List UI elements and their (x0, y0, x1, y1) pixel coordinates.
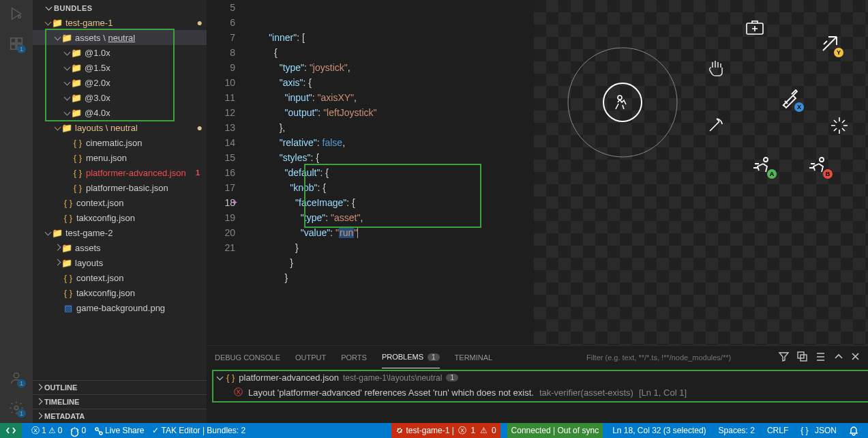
folder-layouts-neutral[interactable]: 📁layouts \ neutral● (33, 120, 207, 135)
problem-source: tak-verifier(asset-exists) (539, 388, 633, 398)
problems-filter[interactable] (586, 353, 764, 362)
svg-point-0 (18, 16, 21, 18)
run-debug-icon[interactable] (8, 5, 25, 22)
status-live-share[interactable]: Live Share (91, 423, 147, 438)
problems-body: { } platformer-advanced.json test-game-1… (207, 368, 868, 423)
pickaxe-icon[interactable] (707, 116, 725, 134)
runner-b-icon[interactable]: B (808, 157, 828, 175)
status-connection[interactable]: Connected | Out of sync (507, 423, 603, 438)
runner-a-icon[interactable]: A (752, 157, 773, 175)
code-editor[interactable]: 56789101112131415161718192021 "inner": [… (207, 0, 534, 345)
hand-icon[interactable] (707, 58, 725, 76)
problem-file-name: platformer-advanced.json (239, 373, 339, 383)
y-badge: Y (834, 48, 843, 57)
a-badge: A (767, 169, 777, 179)
tab-problems[interactable]: PROBLEMS1 (382, 346, 440, 368)
status-eol[interactable]: CRLF (764, 423, 791, 438)
file-g2-takx[interactable]: { }takxconfig.json (33, 285, 207, 300)
sidebar-title: BUNDLES (54, 4, 93, 12)
account-icon[interactable]: 1 (8, 370, 25, 386)
line-gutter: 56789101112131415161718192021 (207, 0, 248, 345)
problem-file-count: 1 (446, 374, 458, 381)
arrow-up-icon[interactable]: Y (820, 34, 839, 53)
close-panel-icon[interactable] (851, 352, 860, 362)
file-context-1[interactable]: { }context.json (33, 195, 207, 210)
extensions-icon[interactable]: 1 (8, 35, 25, 52)
folder-scale-1-5x[interactable]: 📁@1.5x (33, 60, 207, 75)
panel-tabs: DEBUG CONSOLE OUTPUT PORTS PROBLEMS1 TER… (207, 346, 868, 368)
remote-indicator[interactable] (0, 423, 22, 438)
main-area: 56789101112131415161718192021 "inner": [… (207, 0, 868, 423)
status-cursor-pos[interactable]: Ln 18, Col 32 (3 selected) (610, 423, 708, 438)
activity-bar: 1 1 1 (0, 0, 33, 423)
file-takx-1[interactable]: { }takxconfig.json (33, 210, 207, 225)
folder-g2-layouts[interactable]: 📁layouts (33, 255, 207, 270)
problem-file-row[interactable]: { } platformer-advanced.json test-game-1… (207, 371, 868, 384)
sword-icon[interactable]: X (781, 89, 800, 108)
file-game-bg[interactable]: ▧game-background.png (33, 300, 207, 315)
file-tree: 📁test-game-1● 📁assets \ neutral 📁@1.0x 📁… (33, 15, 207, 380)
svg-point-6 (14, 406, 18, 410)
error-icon: ⓧ (234, 386, 243, 398)
medkit-icon[interactable] (745, 19, 764, 35)
file-g2-context[interactable]: { }context.json (33, 270, 207, 285)
code-content[interactable]: "inner": [ { "type": "joystick", "axis":… (248, 0, 534, 345)
settings-gear-icon[interactable]: 1 (8, 400, 25, 416)
sidebar-header[interactable]: BUNDLES (33, 0, 207, 15)
status-notifications-icon[interactable] (846, 423, 861, 438)
folder-assets-neutral[interactable]: 📁assets \ neutral (33, 30, 207, 45)
tab-ports[interactable]: PORTS (341, 346, 367, 368)
sidebar: BUNDLES 📁test-game-1● 📁assets \ neutral … (33, 0, 207, 423)
status-language[interactable]: { } JSON (798, 423, 839, 438)
tab-output[interactable]: OUTPUT (295, 346, 326, 368)
problem-file-path: test-game-1\layouts\neutral (343, 373, 442, 383)
svg-rect-1 (11, 38, 16, 43)
problem-message: Layout 'platformer-advanced' references … (248, 388, 534, 398)
problems-count-badge: 1 (428, 353, 440, 361)
file-menu[interactable]: { }menu.json (33, 150, 207, 165)
status-bundle[interactable]: test-game-1 | ⓧ 1 ⚠ 0 (391, 423, 500, 438)
preview-panel: Y X A B (534, 0, 868, 345)
problem-location: [Ln 1, Col 1] (639, 388, 687, 398)
folder-scale-4x[interactable]: 📁@4.0x (33, 105, 207, 120)
x-badge: X (794, 102, 804, 112)
status-spaces[interactable]: Spaces: 2 (716, 423, 758, 438)
folder-scale-1x[interactable]: 📁@1.0x (33, 45, 207, 60)
status-bar: ⓧ1⚠0 0 Live Share ✓TAK Editor | Bundles:… (0, 423, 868, 438)
svg-point-5 (14, 373, 18, 378)
bottom-panel: DEBUG CONSOLE OUTPUT PORTS PROBLEMS1 TER… (207, 345, 868, 423)
b-badge: B (823, 169, 833, 179)
file-cinematic[interactable]: { }cinematic.json (33, 135, 207, 150)
folder-test-game-2[interactable]: 📁test-game-2 (33, 225, 207, 240)
collapse-all-icon[interactable] (797, 351, 807, 363)
svg-point-11 (764, 158, 768, 162)
section-outline[interactable]: OUTLINE (33, 380, 207, 394)
folder-scale-3x[interactable]: 📁@3.0x (33, 90, 207, 105)
status-ports[interactable]: 0 (68, 423, 89, 438)
filter-input[interactable] (586, 353, 764, 362)
view-list-icon[interactable] (815, 351, 826, 363)
problem-item[interactable]: ⓧ Layout 'platformer-advanced' reference… (207, 384, 868, 400)
file-platformer-basic[interactable]: { }platformer-basic.json (33, 180, 207, 195)
sparkle-burst-icon[interactable] (830, 116, 849, 135)
filter-icon[interactable] (779, 351, 789, 363)
file-platformer-advanced[interactable]: { }platformer-advanced.json1 (33, 165, 207, 180)
svg-point-15 (95, 428, 98, 430)
tab-debug-console[interactable]: DEBUG CONSOLE (215, 346, 280, 368)
tab-terminal[interactable]: TERMINAL (455, 346, 493, 368)
folder-g2-assets[interactable]: 📁assets (33, 240, 207, 255)
folder-scale-2x[interactable]: 📁@2.0x (33, 75, 207, 90)
section-timeline[interactable]: TIMELINE (33, 394, 207, 409)
folder-test-game-1[interactable]: 📁test-game-1● (33, 15, 207, 30)
chevron-up-icon[interactable] (834, 352, 843, 362)
suggestion-sparkle-icon[interactable]: ✦ (231, 195, 238, 210)
svg-point-12 (820, 158, 824, 162)
status-tak-editor[interactable]: ✓TAK Editor | Bundles: 2 (149, 423, 248, 438)
svg-rect-2 (17, 38, 22, 43)
status-errors-warnings[interactable]: ⓧ1⚠0 (29, 423, 65, 438)
section-metadata[interactable]: METADATA (33, 409, 207, 423)
joystick-preview[interactable] (554, 34, 691, 171)
svg-rect-3 (11, 44, 16, 49)
